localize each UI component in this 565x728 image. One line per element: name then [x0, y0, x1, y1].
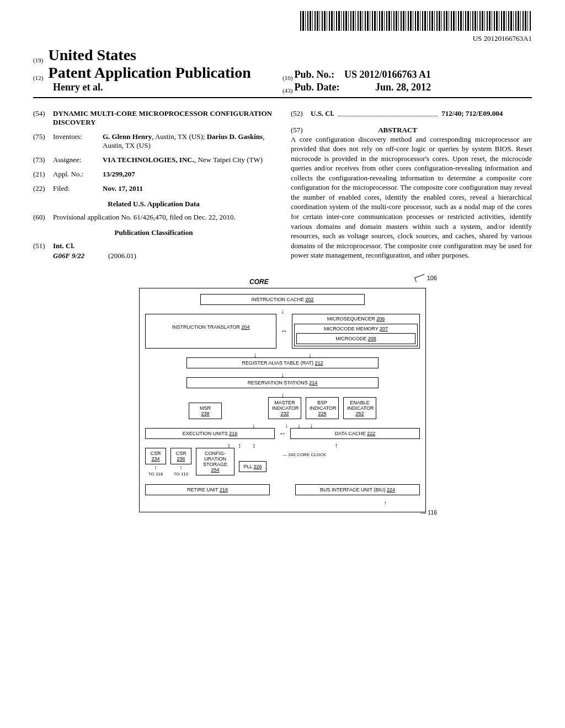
msr-box: MSR 238	[189, 403, 222, 419]
pll-box: PLL 226	[239, 461, 266, 472]
pubdate-value: Jun. 28, 2012	[375, 82, 431, 93]
applno-label: Appl. No.:	[53, 170, 103, 179]
intcl-label: Int. Cl.	[53, 242, 74, 250]
reservation-stations-box: RESERVATION STATIONS 214	[186, 377, 379, 388]
abstract-label: ABSTRACT	[378, 126, 417, 134]
csr-236-box: CSR 236	[170, 448, 191, 464]
author-line: Henry et al.	[53, 82, 282, 93]
country-name: United States	[49, 46, 136, 63]
microcode-box: MICROCODE 208	[296, 333, 415, 344]
code-12: (12)	[33, 74, 43, 81]
microsequencer-box: MICROSEQUENCER 206 MICROCODE MEMORY 207 …	[292, 314, 420, 349]
diagram-outer-box: INSTRUCTION CACHE 202 ↓ INSTRUCTION TRAN…	[139, 288, 426, 512]
enable-indicator-box: ENABLE INDICATOR 252	[343, 397, 376, 419]
left-column: (54) DYNAMIC MULTI-CORE MICROPROCESSOR C…	[33, 109, 274, 266]
related-data-title: Related U.S. Application Data	[33, 200, 274, 208]
uscl-value: 712/40; 712/E09.004	[441, 109, 503, 117]
patent-title: DYNAMIC MULTI-CORE MICROPROCESSOR CONFIG…	[53, 109, 274, 127]
arrow-icon: ↑	[145, 500, 420, 506]
dotted-leader	[338, 112, 438, 116]
biu-box: BUS INTERFACE UNIT (BIU) 224	[295, 484, 420, 495]
pubno-label: Pub. No.:	[295, 69, 335, 80]
filed-label: Filed:	[53, 184, 103, 193]
diagram-ref-116: — 116	[421, 510, 437, 516]
pubno-value: US 2012/0166763 A1	[344, 69, 431, 80]
assignee-label: Assignee:	[53, 156, 103, 164]
intcl-code: G06F 9/22	[53, 251, 108, 260]
applno-value: 13/299,207	[103, 170, 135, 178]
right-column: (52) U.S. Cl. 712/40; 712/E09.004 (57) A…	[291, 109, 532, 266]
code-22: (22)	[33, 184, 53, 193]
inventors-label: Inventors:	[53, 132, 103, 150]
code-73: (73)	[33, 156, 53, 164]
csr-234-box: CSR 234	[145, 448, 166, 464]
code-57: (57)	[291, 126, 303, 134]
data-cache-box: DATA CACHE 222	[290, 428, 420, 439]
core-diagram: CORE 106 INSTRUCTION CACHE 202 ↓ INSTRUC…	[139, 288, 426, 512]
code-10: (10)	[282, 74, 292, 81]
barcode-number: US 20120166763A1	[33, 34, 532, 43]
barcode-area: US 20120166763A1	[33, 11, 532, 43]
patent-header: (19) United States (12) Patent Applicati…	[33, 46, 532, 94]
arrow-icon: ↔	[281, 327, 287, 335]
to-112-label: TO 112	[170, 472, 191, 477]
barcode-graphic	[300, 11, 532, 31]
provisional-text: Provisional application No. 61/426,470, …	[53, 213, 274, 222]
code-60: (60)	[33, 213, 53, 222]
bsp-indicator-box: BSP INDICATOR 228	[306, 397, 339, 419]
code-52: (52)	[291, 109, 311, 118]
code-51: (51)	[33, 242, 53, 250]
core-clock-label: — 242 CORE CLOCK	[282, 452, 326, 457]
header-rule	[33, 97, 532, 98]
uscl-label: U.S. Cl.	[311, 109, 334, 117]
to-118-label: TO 118	[145, 472, 166, 477]
filed-value: Nov. 17, 2011	[103, 184, 143, 192]
pub-class-title: Publication Classification	[33, 228, 274, 237]
abstract-text: A core configuration discovery method an…	[291, 135, 532, 260]
diagram-area: CORE 106 INSTRUCTION CACHE 202 ↓ INSTRUC…	[33, 288, 532, 512]
code-54: (54)	[33, 109, 53, 127]
instruction-cache-box: INSTRUCTION CACHE 202	[200, 294, 365, 305]
code-43: (43)	[282, 87, 292, 94]
code-21: (21)	[33, 170, 53, 179]
pubdate-label: Pub. Date:	[295, 82, 340, 93]
code-19: (19)	[33, 57, 43, 63]
config-storage-box: CONFIG-URATION STORAGE 254	[196, 448, 234, 475]
instruction-translator-box: INSTRUCTION TRANSLATOR 204	[145, 314, 276, 349]
execution-units-box: EXECUTION UNITS 216	[145, 428, 275, 439]
intcl-date: (2006.01)	[108, 251, 136, 260]
master-indicator-box: MASTER INDICATOR 232	[268, 397, 301, 419]
rat-box: REGISTER ALIAS TABLE (RAT) 212	[186, 357, 379, 368]
diagram-ref-106: 106	[415, 275, 437, 281]
microcode-memory-box: MICROCODE MEMORY 207 MICROCODE 208	[294, 324, 418, 346]
retire-unit-box: RETIRE UNIT 218	[145, 484, 270, 495]
biblio-columns: (54) DYNAMIC MULTI-CORE MICROPROCESSOR C…	[33, 109, 532, 266]
code-75: (75)	[33, 132, 53, 150]
diagram-title: CORE	[249, 278, 269, 286]
doc-type: Patent Application Publication	[49, 64, 251, 81]
arrow-icon: ↔	[279, 430, 286, 437]
